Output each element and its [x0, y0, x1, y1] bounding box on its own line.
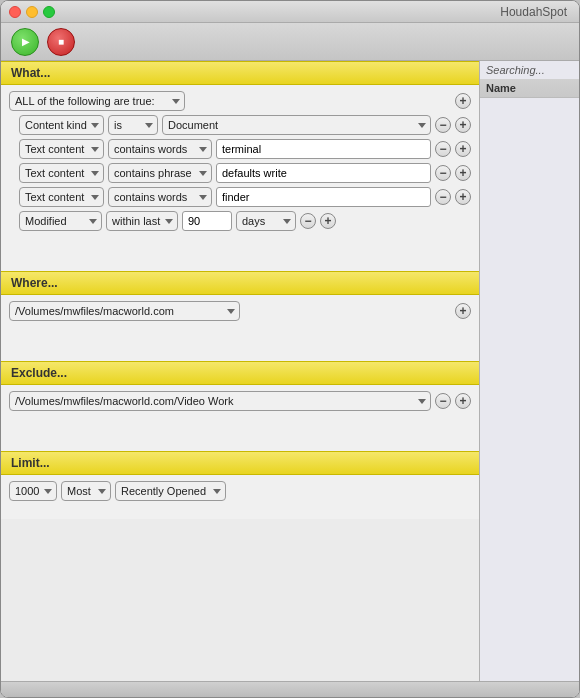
field-select-3[interactable]: Text content Content kind Modified [19, 163, 104, 183]
right-panel: Searching... Name [479, 61, 579, 681]
where-section-header: Where... [1, 271, 479, 295]
all-conditions-row: ALL of the following are true: ANY of th… [9, 91, 471, 111]
what-section-body: ALL of the following are true: ANY of th… [1, 85, 479, 271]
value-input-2[interactable] [216, 139, 431, 159]
name-column-header: Name [480, 79, 579, 98]
limit-section-header: Limit... [1, 451, 479, 475]
maximize-button[interactable] [43, 6, 55, 18]
minimize-button[interactable] [26, 6, 38, 18]
field-select-1[interactable]: Content kind Text content Modified [19, 115, 104, 135]
date-value-input[interactable] [182, 211, 232, 231]
where-section-body: /Volumes/mwfiles/macworld.com /Volumes/m… [1, 295, 479, 361]
value-input-3[interactable] [216, 163, 431, 183]
close-button[interactable] [9, 6, 21, 18]
traffic-lights [9, 6, 55, 18]
where-path-select[interactable]: /Volumes/mwfiles/macworld.com /Volumes/m… [9, 301, 240, 321]
remove-condition-2-button[interactable]: − [435, 141, 451, 157]
searching-label: Searching... [480, 61, 579, 79]
add-after-condition-2-button[interactable]: + [455, 141, 471, 157]
limit-count-select[interactable]: 1000 100 500 2000 5000 [9, 481, 57, 501]
limit-bottom-space [9, 501, 471, 513]
field-select-4[interactable]: Text content Content kind Modified [19, 187, 104, 207]
exclude-section-body: /Volumes/mwfiles/macworld.com/Video Work… [1, 385, 479, 451]
exclude-empty-space [9, 415, 471, 445]
where-path-row: /Volumes/mwfiles/macworld.com /Volumes/m… [9, 301, 471, 321]
limit-criterion-select[interactable]: Recently Opened Recently Modified Recent… [115, 481, 226, 501]
date-unit-select[interactable]: days weeks months [236, 211, 296, 231]
add-exclude-button[interactable]: + [455, 393, 471, 409]
condition-row-5: Modified Created Text content within las… [9, 211, 471, 231]
value-select-1[interactable]: Document Folder Image Movie [162, 115, 431, 135]
field-select-5[interactable]: Modified Created Text content [19, 211, 102, 231]
remove-condition-4-button[interactable]: − [435, 189, 451, 205]
operator-select-4[interactable]: contains words contains phrase does not … [108, 187, 212, 207]
operator-select-2[interactable]: contains words contains phrase does not … [108, 139, 212, 159]
limit-row: 1000 100 500 2000 5000 Most Least Recent… [9, 481, 471, 501]
add-after-condition-1-button[interactable]: + [455, 117, 471, 133]
exclude-section-header: Exclude... [1, 361, 479, 385]
remove-condition-1-button[interactable]: − [435, 117, 451, 133]
add-after-condition-4-button[interactable]: + [455, 189, 471, 205]
operator-select-1[interactable]: is is not [108, 115, 158, 135]
condition-row-3: Text content Content kind Modified conta… [9, 163, 471, 183]
all-conditions-select[interactable]: ALL of the following are true: ANY of th… [9, 91, 185, 111]
add-after-condition-3-button[interactable]: + [455, 165, 471, 181]
stop-button[interactable] [47, 28, 75, 56]
field-select-2[interactable]: Text content Content kind Modified [19, 139, 104, 159]
what-empty-space [9, 235, 471, 265]
remove-exclude-button[interactable]: − [435, 393, 451, 409]
condition-row-1: Content kind Text content Modified is is… [9, 115, 471, 135]
bottom-bar [1, 681, 579, 697]
limit-sort-select[interactable]: Most Least [61, 481, 111, 501]
remove-condition-3-button[interactable]: − [435, 165, 451, 181]
what-section-header: What... [1, 61, 479, 85]
add-after-condition-5-button[interactable]: + [320, 213, 336, 229]
left-panel: What... ALL of the following are true: A… [1, 61, 479, 681]
date-operator-select[interactable]: within last before after today [106, 211, 178, 231]
remove-condition-5-button[interactable]: − [300, 213, 316, 229]
exclude-path-row: /Volumes/mwfiles/macworld.com/Video Work… [9, 391, 471, 411]
window-title: HoudahSpot [500, 5, 567, 19]
add-condition-button[interactable]: + [455, 93, 471, 109]
condition-row-2: Text content Content kind Modified conta… [9, 139, 471, 159]
where-empty-space [9, 325, 471, 355]
value-input-4[interactable] [216, 187, 431, 207]
limit-section-body: 1000 100 500 2000 5000 Most Least Recent… [1, 475, 479, 519]
toolbar [1, 23, 579, 61]
main-window: HoudahSpot What... ALL of the following … [0, 0, 580, 698]
add-where-button[interactable]: + [455, 303, 471, 319]
exclude-path-select[interactable]: /Volumes/mwfiles/macworld.com/Video Work… [9, 391, 431, 411]
operator-select-3[interactable]: contains phrase contains words does not … [108, 163, 212, 183]
condition-row-4: Text content Content kind Modified conta… [9, 187, 471, 207]
main-content: What... ALL of the following are true: A… [1, 61, 579, 681]
titlebar: HoudahSpot [1, 1, 579, 23]
play-button[interactable] [11, 28, 39, 56]
